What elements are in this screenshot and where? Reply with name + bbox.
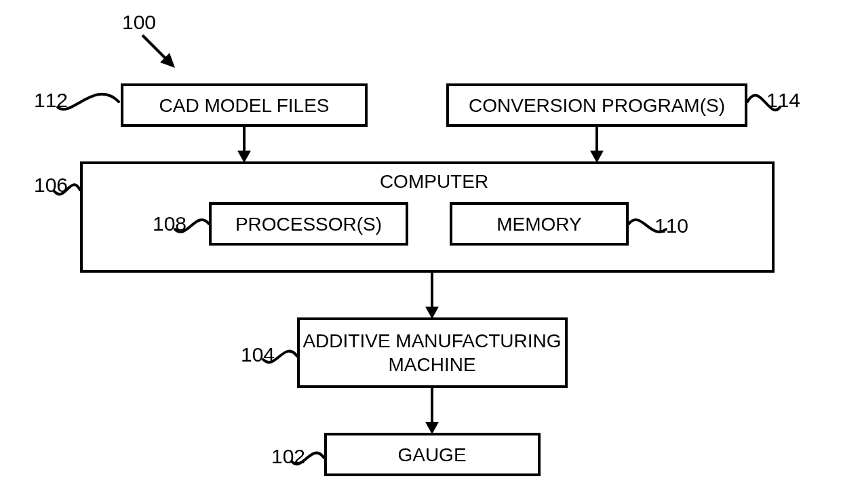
gauge-label: GAUGE [397,444,466,465]
memory-label: MEMORY [496,214,582,235]
cad-model-files-label: CAD MODEL FILES [159,95,329,116]
additive-mfg-label-line2: MACHINE [388,354,475,375]
arrowhead-am-to-gauge [425,422,439,434]
ref-110: 110 [654,214,688,237]
processor-label: PROCESSOR(S) [235,214,382,235]
ref-112: 112 [34,89,68,111]
block-diagram: CAD MODEL FILES CONVERSION PROGRAM(S) CO… [0,0,841,504]
ref-100-arrow [142,35,168,61]
additive-mfg-block [298,319,566,387]
additive-mfg-label-line1: ADDITIVE MANUFACTURING [302,330,561,351]
ref-100: 100 [122,11,156,33]
arrowhead-conv-to-computer [590,151,604,163]
arrowhead-computer-to-am [425,307,439,319]
computer-label: COMPUTER [380,171,488,192]
conversion-programs-label: CONVERSION PROGRAM(S) [469,95,725,116]
arrowhead-cad-to-computer [237,151,251,163]
